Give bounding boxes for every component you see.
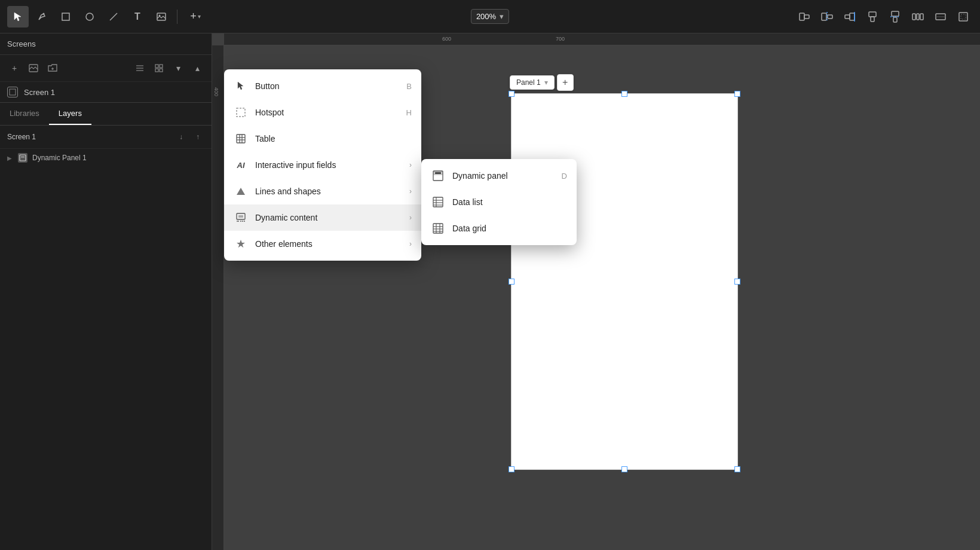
dynamic-panel-submenu-icon — [431, 169, 445, 183]
menu-item-lines[interactable]: Lines and shapes › — [224, 178, 421, 204]
menu-dynamic-label: Dynamic content — [255, 213, 402, 222]
submenu-data-list-label: Data list — [452, 197, 560, 207]
resize-icon[interactable] — [931, 7, 950, 26]
tab-libraries[interactable]: Libraries — [0, 103, 49, 125]
svg-rect-39 — [21, 156, 24, 158]
handle-bottom-left[interactable] — [509, 466, 514, 472]
submenu-dynamic-panel-label: Dynamic panel — [452, 171, 555, 181]
svg-point-5 — [159, 14, 161, 16]
screen-thumbnail-icon — [7, 87, 18, 97]
submenu-item-data-grid[interactable]: Data grid — [421, 215, 577, 242]
zoom-dropdown-icon[interactable]: ▾ — [500, 12, 504, 21]
dynamic-content-submenu: Dynamic panel D Data list — [421, 159, 577, 245]
svg-rect-10 — [828, 15, 832, 19]
menu-item-table[interactable]: Table — [224, 126, 421, 152]
panel-label-container: Panel 1 ▾ + — [510, 74, 574, 91]
svg-line-3 — [110, 13, 117, 20]
menu-button-label: Button — [255, 81, 399, 91]
dynamic-panel-icon — [18, 153, 27, 163]
svg-rect-35 — [155, 69, 158, 72]
tab-layers[interactable]: Layers — [49, 103, 91, 125]
panel-name-box: Panel 1 ▾ — [510, 75, 555, 90]
crop-icon[interactable] — [954, 7, 973, 26]
svg-rect-25 — [959, 13, 967, 21]
select-tool[interactable] — [7, 6, 29, 28]
main-layout: Screens + — [0, 33, 980, 550]
panel-tabs: Libraries Layers — [0, 103, 212, 126]
pen-tool[interactable] — [31, 6, 53, 28]
layer-item-0[interactable]: ▶ Dynamic Panel 1 — [0, 149, 212, 167]
svg-rect-47 — [238, 215, 243, 218]
svg-rect-20 — [912, 14, 915, 20]
panel-add-button[interactable]: + — [557, 74, 574, 91]
handle-middle-left[interactable] — [509, 279, 514, 285]
star-icon — [234, 237, 248, 251]
menu-item-other[interactable]: Other elements › — [224, 231, 421, 257]
rect-tool[interactable] — [55, 6, 76, 28]
svg-rect-41 — [237, 135, 245, 143]
panel-name-text: Panel 1 — [516, 78, 541, 87]
add-screen-icon[interactable]: + — [6, 60, 23, 77]
text-tool[interactable]: T — [127, 6, 148, 28]
add-element-button[interactable]: + ▾ — [182, 6, 209, 28]
layer-header-icons: ↓ ↑ — [174, 130, 204, 143]
svg-rect-34 — [160, 65, 163, 68]
svg-rect-9 — [822, 13, 826, 20]
add-image-icon[interactable] — [25, 60, 42, 77]
svg-rect-21 — [917, 14, 919, 20]
handle-bottom-right[interactable] — [734, 466, 740, 472]
svg-rect-26 — [961, 14, 966, 19]
menu-interactive-label: Interactive input fields — [255, 160, 402, 170]
svg-rect-1 — [62, 13, 69, 20]
canvas-area[interactable]: 600 700 400 Panel 1 ▾ + — [212, 33, 980, 550]
svg-rect-4 — [157, 13, 166, 20]
align-right-icon[interactable] — [840, 7, 859, 26]
handle-middle-right[interactable] — [734, 279, 740, 285]
submenu-item-data-list[interactable]: Data list — [421, 189, 577, 215]
list-view-icon[interactable] — [131, 60, 148, 77]
menu-item-interactive[interactable]: AI Interactive input fields › — [224, 152, 421, 178]
add-folder-icon[interactable] — [44, 60, 61, 77]
screens-header: Screens — [0, 33, 212, 55]
align-left-icon[interactable] — [795, 7, 814, 26]
separator-1 — [177, 10, 177, 24]
grid-view-icon[interactable] — [151, 60, 167, 77]
canvas-frame[interactable] — [511, 93, 738, 470]
svg-rect-6 — [800, 13, 804, 20]
layer-move-up-icon[interactable]: ↑ — [191, 130, 204, 143]
menu-button-shortcut: B — [406, 82, 412, 91]
handle-bottom-middle[interactable] — [621, 466, 627, 472]
panel-dropdown-icon[interactable]: ▾ — [544, 78, 548, 87]
zoom-control[interactable]: 200% ▾ — [471, 9, 509, 24]
menu-item-button[interactable]: Button B — [224, 73, 421, 99]
handle-top-right[interactable] — [734, 91, 740, 97]
align-center-h-icon[interactable] — [817, 7, 837, 26]
layer-move-down-icon[interactable]: ↓ — [174, 130, 188, 143]
line-tool[interactable] — [103, 6, 124, 28]
svg-rect-16 — [871, 17, 874, 22]
svg-rect-13 — [845, 15, 850, 19]
svg-rect-7 — [804, 15, 809, 19]
image-tool[interactable] — [151, 6, 172, 28]
screens-toolbar: + — [0, 55, 212, 82]
menu-item-hotspot[interactable]: Hotspot H — [224, 99, 421, 126]
align-center-v-icon[interactable] — [886, 7, 905, 26]
svg-rect-12 — [850, 13, 855, 20]
layer-screen-name: Screen 1 — [7, 133, 36, 141]
handle-top-middle[interactable] — [621, 91, 627, 97]
svg-rect-52 — [435, 172, 441, 174]
distribute-h-icon[interactable] — [908, 7, 927, 26]
svg-rect-33 — [155, 65, 158, 68]
screen-item-1[interactable]: Screen 1 — [0, 82, 212, 102]
ruler-horizontal: 600 700 — [224, 33, 980, 45]
handle-top-left[interactable] — [509, 91, 514, 97]
menu-hotspot-shortcut: H — [406, 108, 412, 117]
submenu-data-grid-label: Data grid — [452, 224, 560, 233]
align-top-icon[interactable] — [863, 7, 882, 26]
sort-up-icon[interactable]: ▴ — [189, 60, 206, 77]
menu-item-dynamic[interactable]: Dynamic content › — [224, 204, 421, 231]
sort-down-icon[interactable]: ▾ — [170, 60, 186, 77]
submenu-item-dynamic-panel[interactable]: Dynamic panel D — [421, 163, 577, 189]
svg-rect-53 — [433, 197, 443, 207]
circle-tool[interactable] — [79, 6, 100, 28]
